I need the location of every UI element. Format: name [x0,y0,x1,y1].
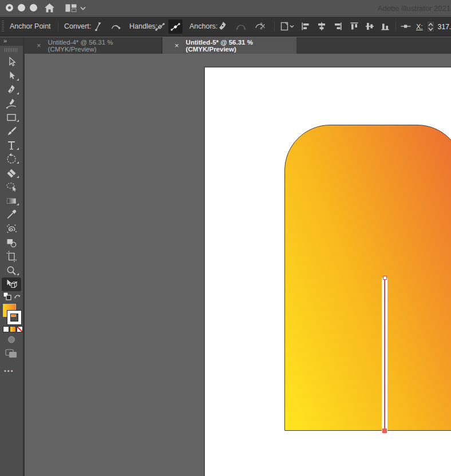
eyedropper-tool[interactable] [1,208,22,221]
x-coordinate-value[interactable]: 317.5 [438,23,451,31]
anchor-point-selected[interactable] [382,429,387,433]
illustrator-window: Adobe Illustrator 2021 Anchor Point Conv… [0,0,451,476]
separator [58,21,58,31]
cut-path-icon[interactable] [254,20,267,33]
tab-label: Untitled-4* @ 56.31 % (CMYK/Preview) [48,39,161,53]
context-label: Anchor Point [10,22,51,30]
titlebar: Adobe Illustrator 2021 [0,0,451,16]
align-horizontal-center-icon[interactable] [316,20,327,33]
document-tab-untitled-4[interactable]: × Untitled-4* @ 56.31 % (CMYK/Preview) [25,37,162,54]
type-tool[interactable] [1,138,22,152]
selected-path-stroke[interactable] [382,278,387,431]
tools-panel-expander[interactable]: » [3,37,6,44]
color-button[interactable] [3,326,9,332]
gradient-shape[interactable] [284,125,451,431]
zoom-tool[interactable] [1,263,22,277]
drawing-mode-icon[interactable] [7,335,16,344]
app-title: Adobe Illustrator 2021 [378,4,450,13]
path-highlight [384,279,385,431]
minimize-window-button[interactable] [18,4,25,11]
tools-panel-divider [23,37,25,476]
home-icon[interactable] [44,3,55,13]
x-coordinate-label: X: [416,23,423,31]
close-tab-icon[interactable]: × [175,42,179,49]
tools-panel: ••• [0,46,23,476]
artboard-tool[interactable] [1,249,22,263]
edit-toolbar-icon[interactable]: ••• [4,367,14,374]
align-top-icon[interactable] [349,20,360,33]
swap-fill-stroke-icon[interactable] [14,292,21,300]
close-window-button[interactable] [6,4,13,11]
separator [395,21,396,31]
align-bottom-icon[interactable] [379,20,391,33]
default-fill-stroke-icon[interactable] [3,292,11,300]
none-button[interactable] [17,326,23,332]
show-handles-icon[interactable] [153,19,167,34]
zoom-window-button[interactable] [30,4,37,11]
align-vertical-center-icon[interactable] [364,20,375,33]
selection-tool[interactable] [1,69,22,82]
gradient-tool[interactable] [1,194,22,208]
control-bar: Anchor Point Convert: Handles: [0,17,451,37]
eraser-tool[interactable] [1,166,22,180]
remove-anchor-icon[interactable] [216,20,229,33]
anchor-point-reference-icon [399,20,412,33]
shape-builder-tool[interactable] [1,236,22,249]
symbol-sprayer-tool[interactable] [1,222,22,236]
perspective-selection-tool[interactable] [2,277,21,291]
isolate-selection-icon[interactable] [279,20,296,33]
gradient-button[interactable] [10,326,16,332]
document-tab-untitled-5[interactable]: × Untitled-5* @ 56.31 % (CMYK/Preview) [163,37,296,54]
align-right-icon[interactable] [332,20,343,33]
artboard [204,66,451,476]
workspace-switcher-icon[interactable] [65,4,77,12]
connect-endpoints-icon [235,20,247,33]
lasso-tool[interactable] [1,180,22,194]
convert-to-corner-icon[interactable] [92,20,104,33]
convert-to-smooth-icon[interactable] [109,20,122,33]
align-left-icon[interactable] [300,20,311,33]
curvature-tool[interactable] [1,97,22,110]
rectangle-tool[interactable] [1,110,22,124]
convert-label: Convert: [64,22,91,30]
rotate-tool[interactable] [1,152,22,166]
tab-label: Untitled-5* @ 56.31 % (CMYK/Preview) [186,39,296,53]
screen-mode-icon[interactable] [5,349,18,359]
direct-selection-tool[interactable] [1,55,22,69]
panel-grip[interactable] [2,21,4,32]
hide-handles-icon[interactable] [168,19,183,34]
workspace-chevron-icon[interactable] [80,6,86,10]
separator [274,21,275,31]
anchor-point-unselected[interactable] [383,276,387,280]
anchors-label: Anchors: [189,22,217,30]
panel-drag-grip[interactable] [5,48,18,52]
paintbrush-tool[interactable] [1,124,22,138]
close-tab-icon[interactable]: × [37,42,41,49]
canvas-pasteboard [25,54,451,476]
x-coordinate-stepper[interactable] [426,21,435,33]
document-tab-bar: » × Untitled-4* @ 56.31 % (CMYK/Preview)… [0,37,451,54]
stroke-swatch[interactable] [7,311,21,324]
pen-tool[interactable] [1,83,22,97]
